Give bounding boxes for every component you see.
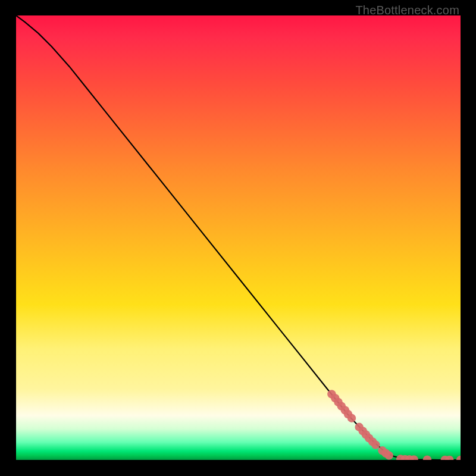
chart-container: TheBottleneck.com [0,0,476,476]
svg-point-23 [456,456,461,460]
svg-point-15 [385,451,393,459]
svg-point-6 [347,414,356,422]
scatter-points [327,390,461,460]
svg-point-20 [423,455,431,460]
plot-area [16,15,461,460]
svg-point-12 [371,440,380,449]
curve-line [16,15,461,460]
chart-overlay [16,15,461,460]
